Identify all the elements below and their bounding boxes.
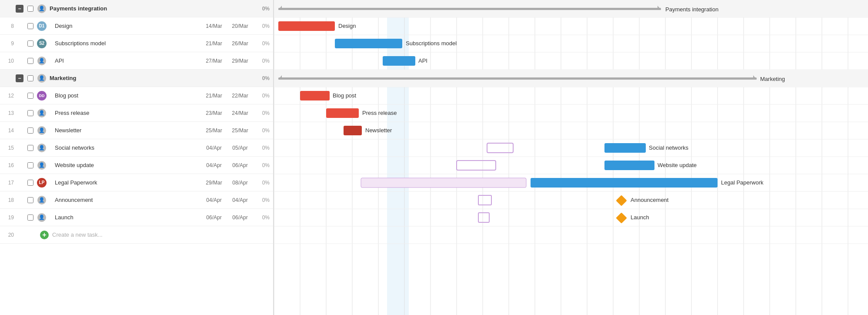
avatar: S2 [37, 39, 47, 48]
gantt-label-social: Social networks [649, 144, 689, 151]
row-checkbox[interactable] [27, 162, 33, 168]
row-checkbox[interactable] [27, 6, 33, 12]
task-row-websiteupdate: 16 👤 Website update 04/Apr 06/Apr 0% [0, 157, 273, 174]
row-num: 9 [2, 40, 14, 47]
row-checkbox[interactable] [27, 23, 33, 29]
collapse-button-payments[interactable]: − [16, 5, 23, 13]
avatar-col: 👤 [36, 196, 48, 204]
gantt-placeholder-launch [478, 213, 489, 222]
checkbox-col[interactable] [25, 145, 36, 151]
avatar: 👤 [37, 109, 46, 117]
avatar: 👤 [37, 57, 46, 65]
gantt-bar-newsletter[interactable] [344, 126, 362, 135]
row-checkbox[interactable] [27, 110, 33, 116]
group-bar-marketing [278, 77, 757, 80]
avatar-col: 👤 [36, 161, 48, 170]
row-checkbox[interactable] [27, 145, 33, 151]
end-date: 06/Apr [227, 214, 253, 221]
task-name: Subscriptions model [50, 40, 201, 47]
end-date: 24/Mar [227, 110, 253, 116]
create-task-label: Create a new task... [52, 231, 103, 238]
task-name: Announcement [50, 197, 201, 203]
avatar: 👤 [37, 74, 46, 83]
checkbox-col[interactable] [25, 110, 36, 116]
avatar: DD [37, 91, 47, 101]
avatar-col: 👤 [36, 109, 48, 117]
row-checkbox[interactable] [27, 197, 33, 203]
gantt-label-launch: Launch [631, 214, 649, 221]
checkbox-col[interactable] [25, 40, 36, 47]
checkbox-col[interactable] [25, 197, 36, 203]
end-date: 04/Apr [227, 197, 253, 203]
start-date: 06/Apr [201, 214, 227, 221]
avatar-col: 👤 [36, 57, 48, 65]
end-date: 25/Mar [227, 127, 253, 134]
start-date: 29/Mar [201, 180, 227, 186]
gantt-label-announcement: Announcement [631, 197, 669, 203]
checkbox-col[interactable] [25, 23, 36, 29]
gantt-label-api: API [418, 57, 427, 64]
task-row-socialnetworks: 15 👤 Social networks 04/Apr 05/Apr 0% [0, 139, 273, 157]
gantt-label-payments: Payments integration [665, 6, 718, 13]
gantt-bar-pressrelease[interactable] [326, 108, 359, 118]
start-date: 21/Mar [201, 93, 227, 99]
checkbox-col[interactable] [25, 75, 36, 81]
row-checkbox[interactable] [27, 75, 33, 81]
gantt-bar-legal[interactable] [531, 178, 718, 188]
avatar: 👤 [37, 161, 46, 170]
row-num: 18 [2, 197, 14, 203]
checkbox-col[interactable] [25, 127, 36, 134]
avatar-col: D1 [36, 21, 48, 31]
checkbox-col[interactable] [25, 162, 36, 168]
avatar-col: DD [36, 91, 48, 101]
gantt-bar-blogpost[interactable] [300, 91, 330, 101]
gantt-panel: Payments integration Design Subscription… [274, 0, 868, 315]
task-name: Launch [50, 214, 201, 221]
row-num: 12 [2, 93, 14, 99]
gantt-bar-social[interactable] [604, 143, 646, 153]
gantt-label-legal: Legal Paperwork [721, 179, 764, 186]
row-checkbox[interactable] [27, 214, 33, 221]
row-checkbox[interactable] [27, 127, 33, 134]
checkbox-col[interactable] [25, 58, 36, 64]
pct-col: 0% [253, 110, 270, 116]
row-num: 8 [2, 23, 14, 29]
row-num: 10 [2, 58, 14, 64]
avatar-col: 👤 [36, 74, 48, 83]
end-date: 05/Apr [227, 145, 253, 151]
row-checkbox[interactable] [27, 93, 33, 99]
row-num: 13 [2, 110, 14, 116]
create-task-button[interactable]: + [40, 231, 49, 239]
checkbox-col[interactable] [25, 93, 36, 99]
task-name: API [50, 57, 201, 64]
group-bar-payments [278, 8, 661, 10]
avatar-col: 👤 [36, 213, 48, 222]
row-checkbox[interactable] [27, 40, 33, 47]
end-date: 20/Mar [227, 23, 253, 29]
collapse-button-marketing[interactable]: − [16, 74, 23, 82]
gantt-placeholder-announcement [478, 195, 491, 205]
checkbox-col[interactable] [25, 180, 36, 186]
gantt-bar-api[interactable] [383, 56, 415, 66]
pct-col: 0% [253, 145, 270, 151]
checkbox-col[interactable] [25, 214, 36, 221]
task-name: Newsletter [50, 127, 201, 134]
task-row-api: 10 👤 API 27/Mar 29/Mar 0% [0, 52, 273, 70]
row-checkbox[interactable] [27, 58, 33, 64]
gantt-label-marketing: Marketing [760, 76, 785, 82]
gantt-bar-subscriptions[interactable] [335, 39, 402, 48]
gantt-bar-website[interactable] [604, 161, 654, 170]
start-date: 21/Mar [201, 40, 227, 47]
checkbox-col[interactable] [25, 6, 36, 12]
start-date: 04/Apr [201, 197, 227, 203]
gantt-bar-design[interactable] [278, 21, 335, 31]
gantt-diamond-announcement [616, 195, 627, 206]
group-row-marketing: − 👤 Marketing 0% [0, 70, 273, 87]
row-checkbox[interactable] [27, 180, 33, 186]
task-name: Social networks [50, 144, 201, 151]
avatar: 👤 [37, 213, 46, 222]
avatar: 👤 [37, 126, 46, 135]
task-row-design: 8 D1 Design 14/Mar 20/Mar 0% [0, 17, 273, 35]
gantt-label-website: Website update [658, 162, 697, 168]
task-name: Marketing [50, 75, 201, 81]
